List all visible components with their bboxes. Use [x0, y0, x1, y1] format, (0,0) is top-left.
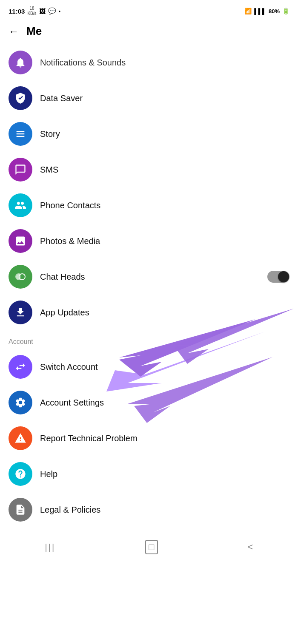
chat-heads-label: Chat Heads: [40, 272, 260, 282]
menu-item-sms[interactable]: SMS: [0, 152, 298, 187]
menu-item-report-technical[interactable]: Report Technical Problem: [0, 420, 298, 456]
switch-account-label: Switch Account: [40, 362, 289, 372]
notifications-label: Notifications & Sounds: [40, 58, 289, 68]
menu-item-chat-heads[interactable]: Chat Heads: [0, 259, 298, 295]
chat-heads-toggle[interactable]: [267, 271, 289, 283]
bottom-nav: ||| □ <: [0, 532, 298, 565]
legal-label: Legal & Policies: [40, 505, 289, 515]
report-technical-icon: [9, 426, 32, 450]
app-updates-icon: [9, 301, 32, 324]
phone-contacts-label: Phone Contacts: [40, 201, 289, 210]
switch-account-icon: [9, 355, 32, 379]
menu-item-photos-media[interactable]: Photos & Media: [0, 223, 298, 259]
chat-heads-icon: [9, 265, 32, 289]
message-icon: 💬: [48, 7, 56, 15]
app-updates-label: App Updates: [40, 308, 289, 318]
account-section-header: Account: [0, 330, 298, 349]
story-icon: [9, 122, 32, 146]
menu-item-switch-account[interactable]: Switch Account: [0, 349, 298, 385]
nav-menu-button[interactable]: |||: [45, 542, 56, 552]
account-menu: Switch Account Account Settings Report T…: [0, 349, 298, 528]
menu-item-app-updates[interactable]: App Updates: [0, 295, 298, 330]
dot-icon: ●: [59, 9, 61, 13]
story-label: Story: [40, 129, 289, 139]
menu-item-data-saver[interactable]: Data Saver: [0, 80, 298, 116]
main-menu: Notifications & Sounds Data Saver Story …: [0, 45, 298, 330]
back-button[interactable]: ←: [9, 26, 19, 37]
data-saver-icon: [9, 86, 32, 110]
help-label: Help: [40, 469, 289, 479]
svg-point-3: [16, 274, 21, 279]
status-bar: 11:03 18KB/s 🖼 💬 ● 📶 ▌▌▌ 80% 🔋: [0, 0, 298, 20]
page-title: Me: [26, 25, 42, 38]
report-technical-label: Report Technical Problem: [40, 434, 289, 443]
battery-label: 80%: [269, 8, 280, 14]
menu-item-phone-contacts[interactable]: Phone Contacts: [0, 187, 298, 223]
legal-icon: [9, 498, 32, 522]
wifi-icon: 📶: [244, 8, 252, 14]
menu-item-account-settings[interactable]: Account Settings: [0, 385, 298, 420]
account-settings-label: Account Settings: [40, 398, 289, 408]
time: 11:03: [9, 8, 25, 15]
speed: 18KB/s: [27, 6, 36, 16]
phone-contacts-icon: [9, 193, 32, 217]
menu-item-story[interactable]: Story: [0, 116, 298, 152]
signal-icon: ▌▌▌: [254, 8, 266, 14]
menu-item-help[interactable]: Help: [0, 456, 298, 492]
toggle-knob: [278, 271, 289, 282]
photos-media-icon: [9, 229, 32, 253]
nav-home-button[interactable]: □: [145, 540, 158, 554]
help-icon: [9, 462, 32, 486]
sms-label: SMS: [40, 165, 289, 175]
photos-media-label: Photos & Media: [40, 236, 289, 246]
notifications-icon: [9, 51, 32, 74]
sms-icon: [9, 158, 32, 182]
account-settings-icon: [9, 391, 32, 414]
menu-item-legal[interactable]: Legal & Policies: [0, 492, 298, 528]
gallery-icon: 🖼: [39, 8, 46, 15]
nav-back-button[interactable]: <: [248, 542, 253, 553]
battery-icon: 🔋: [282, 8, 289, 14]
header: ← Me: [0, 20, 298, 45]
menu-item-notifications[interactable]: Notifications & Sounds: [0, 45, 298, 80]
data-saver-label: Data Saver: [40, 94, 289, 103]
